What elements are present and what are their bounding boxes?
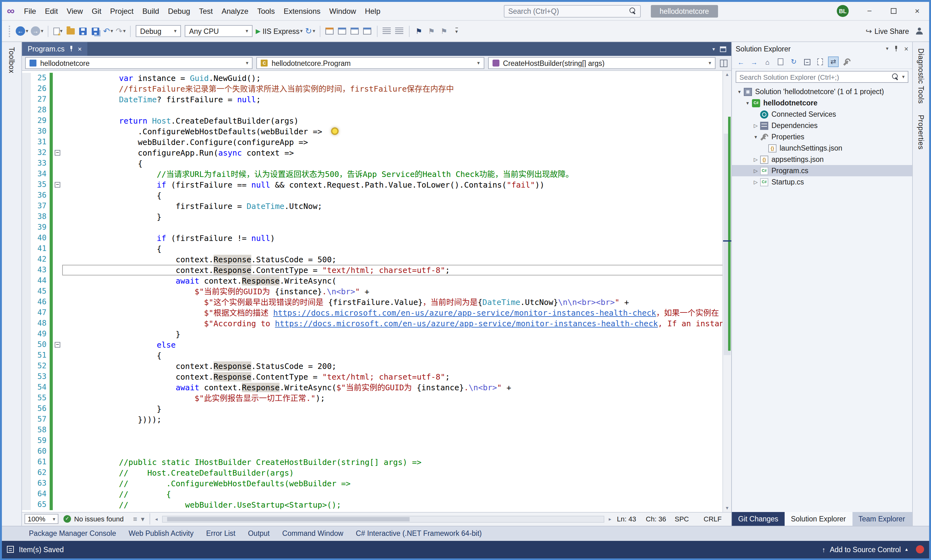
code-line-36[interactable]: 36 { (22, 190, 731, 201)
breakpoint-margin[interactable] (22, 297, 31, 308)
breakpoint-margin[interactable] (22, 446, 31, 457)
collapse-region-icon[interactable]: − (55, 150, 60, 155)
redo-button[interactable]: ↷▾ (114, 24, 127, 38)
user-avatar[interactable]: BL (837, 5, 849, 17)
breakpoint-margin[interactable] (22, 83, 31, 94)
new-window-button[interactable] (361, 24, 374, 38)
code-line-57[interactable]: 57 }))); (22, 414, 731, 425)
code-line-53[interactable]: 53 context.Response.ContentType = "text/… (22, 371, 731, 382)
column-indicator[interactable]: Ch: 36 (642, 515, 671, 523)
bottom-tab-package-manager-console[interactable]: Package Manager Console (23, 529, 122, 537)
panel-close-icon[interactable]: × (904, 45, 908, 52)
expand-arrow-icon[interactable]: ▷ (752, 168, 760, 174)
scroll-left-arrow[interactable]: ◂ (155, 516, 157, 522)
breakpoint-margin[interactable] (22, 371, 31, 382)
code-line-43[interactable]: 43 context.Response.ContentType = "text/… (22, 265, 731, 275)
health-check-icon[interactable]: ✓ (63, 515, 71, 523)
code-line-64[interactable]: 64 // { (22, 489, 731, 500)
menu-test[interactable]: Test (195, 6, 217, 15)
breakpoint-margin[interactable] (22, 211, 31, 222)
code-line-58[interactable]: 58 (22, 425, 731, 435)
code-line-61[interactable]: 61 //public static IHostBuilder CreateHo… (22, 457, 731, 468)
tree-item-appsettings-json[interactable]: ▷appsettings.json (732, 154, 912, 165)
new-item-button[interactable]: ▾ (51, 24, 64, 38)
menu-view[interactable]: View (62, 6, 87, 15)
breakpoint-margin[interactable] (22, 308, 31, 318)
se-home-icon[interactable]: ⌂ (762, 57, 773, 67)
refresh-button[interactable]: ↻▾ (304, 24, 317, 38)
breakpoint-margin[interactable] (22, 468, 31, 478)
code-line-29[interactable]: 29 return Host.CreateDefaultBuilder(args… (22, 115, 731, 126)
se-search-chevron-icon[interactable]: ▾ (902, 74, 905, 80)
menu-file[interactable]: File (20, 6, 40, 15)
source-control-chevron-icon[interactable]: ▴ (905, 546, 908, 552)
code-line-40[interactable]: 40 if (firstFailure != null) (22, 233, 731, 243)
breakpoint-margin[interactable] (22, 233, 31, 243)
horizontal-scrollbar[interactable] (162, 515, 604, 522)
notifications-badge[interactable] (916, 545, 924, 554)
tree-item-dependencies[interactable]: ▷Dependencies (732, 120, 912, 131)
increase-indent-button[interactable] (393, 24, 406, 38)
se-sync-with-active-document-icon[interactable]: ⇄ (828, 57, 838, 67)
previous-bookmark-button[interactable]: ⚑ (425, 24, 438, 38)
menu-tools[interactable]: Tools (253, 6, 279, 15)
open-file-button[interactable] (64, 24, 77, 38)
code-line-38[interactable]: 38 } (22, 211, 731, 222)
code-line-27[interactable]: 27 DateTime? firstFailure = null; (22, 94, 731, 105)
undo-button[interactable]: ↶▾ (102, 24, 114, 38)
code-line-56[interactable]: 56 } (22, 403, 731, 414)
fold-margin[interactable]: − (53, 148, 62, 158)
scroll-right-arrow[interactable]: ▸ (609, 516, 611, 522)
breakpoint-margin[interactable] (22, 137, 31, 148)
code-line-31[interactable]: 31 webBuilder.Configure(configureApp => (22, 137, 731, 148)
split-editor-icon[interactable] (720, 59, 727, 67)
member-dropdown[interactable]: CreateHostBuilder(string[] args)▾ (488, 57, 715, 69)
se-show-all-files-icon[interactable] (815, 57, 826, 67)
collapse-region-icon[interactable]: − (55, 342, 60, 348)
code-line-51[interactable]: 51 { (22, 350, 731, 361)
panel-tab-git-changes[interactable]: Git Changes (732, 512, 784, 526)
space-mode-indicator[interactable]: SPC (671, 515, 700, 523)
code-line-32[interactable]: 32− configureApp.Run(async context => (22, 148, 731, 158)
tree-item-connected-services[interactable]: Connected Services (732, 109, 912, 120)
code-line-25[interactable]: 25 var instance = Guid.NewGuid(); (22, 73, 731, 83)
breakpoint-margin[interactable] (22, 393, 31, 403)
horizontal-scrollbar-thumb[interactable] (167, 517, 409, 521)
tree-item-solution-hellodotnetcore-1-of-1-project[interactable]: ▾Solution 'hellodotnetcore' (1 of 1 proj… (732, 86, 912, 97)
side-tab-diagnostic-tools[interactable]: Diagnostic Tools (917, 48, 925, 104)
view-designer-button[interactable] (336, 24, 349, 38)
solution-explorer-search[interactable]: Search Solution Explorer (Ctrl+;) ▾ (736, 71, 908, 83)
expand-arrow-icon[interactable]: ▷ (752, 123, 760, 128)
breakpoint-margin[interactable] (22, 425, 31, 435)
code-line-52[interactable]: 52 context.Response.StatusCode = 200; (22, 361, 731, 371)
code-line-34[interactable]: 34 //当请求URL为fail时候，认为设置返回状态为500，告诉App Se… (22, 169, 731, 180)
side-tab-properties[interactable]: Properties (917, 115, 925, 150)
breakpoint-margin[interactable] (22, 340, 31, 350)
code-line-55[interactable]: 55 $"此实例报告显示一切工作正常."); (22, 393, 731, 403)
breakpoint-margin[interactable] (22, 414, 31, 425)
split-window-button[interactable] (349, 24, 361, 38)
breakpoint-margin[interactable] (22, 243, 31, 254)
code-line-49[interactable]: 49 } (22, 329, 731, 340)
breakpoint-margin[interactable] (22, 73, 31, 83)
breakpoint-margin[interactable] (22, 435, 31, 446)
quick-launch-search[interactable]: Search (Ctrl+Q) (504, 5, 641, 17)
tree-item-properties[interactable]: ▾Properties (732, 131, 912, 142)
navigate-forward-button[interactable]: →▾ (29, 24, 45, 38)
toolbar-overflow-button[interactable]: ▾ (451, 24, 463, 38)
editor-margin-options-icon[interactable]: ≡ (133, 515, 137, 523)
collapse-arrow-icon[interactable]: ▾ (744, 100, 751, 106)
breakpoint-margin[interactable] (22, 382, 31, 393)
minimize-button[interactable]: − (857, 2, 882, 20)
breakpoint-margin[interactable] (22, 361, 31, 371)
scrollbar-track[interactable] (723, 78, 731, 504)
project-dropdown[interactable]: hellodotnetcore▾ (25, 57, 253, 69)
bottom-tab-c-interactive-net-framework-64-bit[interactable]: C# Interactive (.NET Framework 64-bit) (350, 529, 488, 537)
breakpoint-margin[interactable] (22, 180, 31, 190)
start-debugging-button[interactable]: ▶ IIS Express▾ (255, 24, 304, 38)
panel-options-chevron-icon[interactable]: ▾ (886, 46, 889, 51)
code-line-42[interactable]: 42 context.Response.StatusCode = 500; (22, 254, 731, 265)
toolbox-tab[interactable]: Toolbox (8, 47, 15, 74)
menu-analyze[interactable]: Analyze (217, 6, 253, 15)
tree-item-launchsettings-json[interactable]: launchSettings.json (732, 142, 912, 154)
